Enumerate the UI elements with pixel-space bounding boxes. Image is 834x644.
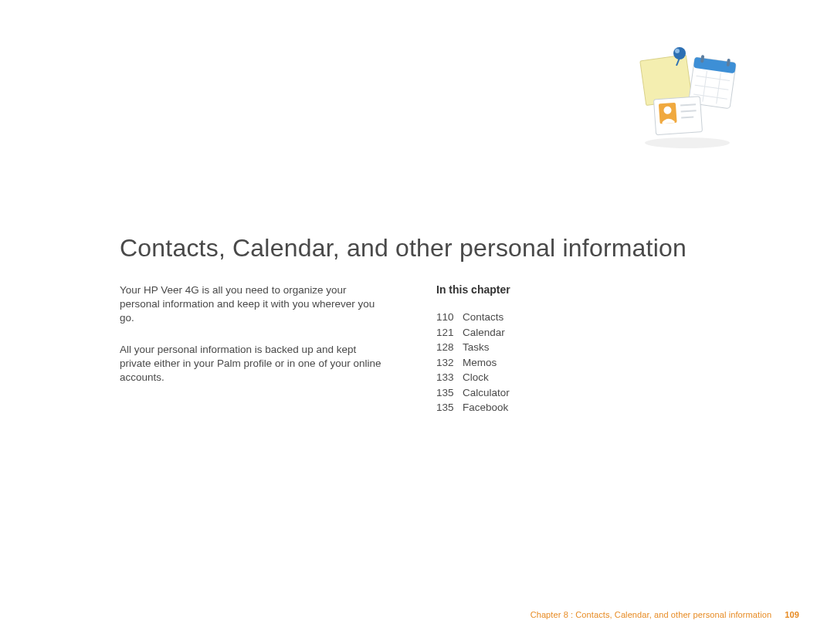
toc-item[interactable]: 121 Calendar: [436, 325, 668, 341]
chapter-title: Contacts, Calendar, and other personal i…: [120, 234, 687, 263]
toc-page-number: 110: [436, 310, 463, 325]
toc-list: 110 Contacts 121 Calendar 128 Tasks 132 …: [436, 310, 668, 415]
toc-label: Clock: [463, 370, 668, 385]
footer-chapter-label: Chapter 8 : Contacts, Calendar, and othe…: [531, 610, 772, 619]
toc-page-number: 128: [436, 340, 463, 355]
toc-page-number: 133: [436, 370, 463, 385]
toc-label: Calendar: [463, 325, 668, 341]
intro-paragraph-2: All your personal information is backed …: [120, 343, 386, 385]
svg-line-17: [680, 104, 696, 105]
toc-item[interactable]: 133 Clock: [436, 370, 668, 385]
svg-point-2: [673, 47, 686, 59]
intro-paragraph-1: Your HP Veer 4G is all you need to organ…: [120, 283, 386, 326]
toc-heading: In this chapter: [436, 283, 668, 296]
toc-page-number: 135: [436, 385, 463, 401]
toc-label: Memos: [463, 355, 668, 371]
toc-label: Facebook: [463, 400, 668, 415]
toc-page-number: 135: [436, 400, 463, 415]
toc-item[interactable]: 135 Facebook: [436, 400, 668, 415]
toc-label: Tasks: [463, 340, 668, 355]
chapter-hero-icon: [633, 42, 741, 151]
intro-column: Your HP Veer 4G is all you need to organ…: [120, 283, 386, 402]
page-footer: Chapter 8 : Contacts, Calendar, and othe…: [531, 610, 799, 619]
toc-column: In this chapter 110 Contacts 121 Calenda…: [436, 283, 668, 415]
svg-line-18: [681, 110, 697, 111]
document-page: Contacts, Calendar, and other personal i…: [0, 0, 834, 644]
footer-page-number: 109: [785, 610, 799, 619]
toc-item[interactable]: 128 Tasks: [436, 340, 668, 355]
toc-item[interactable]: 110 Contacts: [436, 310, 668, 325]
toc-item[interactable]: 135 Calculator: [436, 385, 668, 401]
svg-line-19: [681, 117, 693, 117]
toc-item[interactable]: 132 Memos: [436, 355, 668, 371]
toc-label: Calculator: [463, 385, 668, 401]
toc-label: Contacts: [463, 310, 668, 325]
svg-point-3: [675, 49, 680, 53]
toc-page-number: 132: [436, 355, 463, 371]
toc-page-number: 121: [436, 325, 463, 341]
svg-point-0: [645, 137, 730, 148]
